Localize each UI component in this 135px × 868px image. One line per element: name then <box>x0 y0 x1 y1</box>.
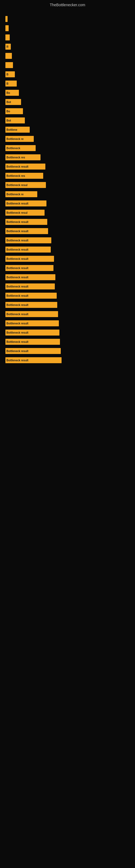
bar-row: Bottleneck result <box>5 163 130 170</box>
bar-row: Bot <box>5 117 130 124</box>
bar: Bot <box>5 118 25 123</box>
bar <box>5 25 9 31</box>
bar: Bottleneck <box>5 145 36 151</box>
bar-label: Bottleneck result <box>6 285 28 288</box>
bar: Bottleneck result <box>5 274 55 280</box>
bar-row: Bottleneck result <box>5 301 130 309</box>
bar-row: Bottleneck result <box>5 273 130 281</box>
bar-row <box>5 24 130 32</box>
bar-row: Bottleneck result <box>5 255 130 262</box>
bar: Bottleneck result <box>5 256 54 262</box>
bar-label: Bottleneck <box>6 147 20 150</box>
bar-row: Bottleneck result <box>5 329 130 336</box>
bar: Bottleneck result <box>5 200 46 207</box>
bar <box>5 62 13 68</box>
bar: B <box>5 81 17 87</box>
bar-row: Bottleneck result <box>5 292 130 300</box>
bar-row: Bottleneck result <box>5 237 130 244</box>
bar: Bottleneck result <box>5 311 58 317</box>
bar-label: Bottleneck result <box>6 331 28 334</box>
bar-row: Bottleneck res <box>5 154 130 161</box>
bar: Bottleneck result <box>5 237 51 243</box>
bar-label: Bottleneck result <box>6 359 28 362</box>
bar-row: Bottleneck re <box>5 135 130 143</box>
bar-label: Bottleneck result <box>6 294 28 297</box>
bar-label: Bottleneck resul <box>6 184 28 187</box>
bar-label: Bottleneck result <box>6 313 28 316</box>
bar: Bottleneck resul <box>5 182 46 188</box>
bar-row: Bottleneck res <box>5 172 130 180</box>
bar: Bottleneck res <box>5 173 43 179</box>
bar: Bottleneck result <box>5 265 53 271</box>
bar-label: Bottleneck result <box>6 239 28 242</box>
bar-row: Bottleneck result <box>5 227 130 235</box>
bar-label: Bottleneck result <box>6 304 28 307</box>
bar: Bottleneck result <box>5 330 59 336</box>
bar: Bottleneck result <box>5 228 48 234</box>
bar <box>5 53 12 59</box>
bar-row: Bottleneck result <box>5 283 130 290</box>
bar-label: Bottleneck re <box>6 193 24 196</box>
bar-row <box>5 15 130 23</box>
bar-row: Bottleneck result <box>5 319 130 327</box>
bar-label: Bottleneck result <box>6 202 28 205</box>
bar: Bottleneck re <box>5 191 37 197</box>
bar-label: Bottleneck re <box>6 137 24 141</box>
bar-row: Bo <box>5 89 130 97</box>
bar-row: Bottleneck result <box>5 338 130 346</box>
bar-row: Bo <box>5 107 130 115</box>
bar-label: Bottleneck result <box>6 257 28 260</box>
bar: Bottlene <box>5 127 30 133</box>
bar-label: Bottleneck result <box>6 322 28 325</box>
bar: Bottleneck resul <box>5 210 45 216</box>
bar: Bo <box>5 90 19 96</box>
bar-label: Bottleneck result <box>6 267 28 270</box>
bar-label: Bottleneck res <box>6 175 25 177</box>
bar-label: Bottleneck result <box>6 276 28 279</box>
bar-row <box>5 34 130 41</box>
bar-row: Bottleneck result <box>5 218 130 226</box>
bar: Bottleneck result <box>5 302 57 308</box>
bar-label: Bottlene <box>6 128 17 131</box>
bar-row: B <box>5 70 130 78</box>
bar-row: Bottleneck result <box>5 246 130 253</box>
bar-row: Bottleneck result <box>5 310 130 318</box>
bar-label: Bot <box>6 101 11 104</box>
bar-row: Bottleneck result <box>5 356 130 364</box>
bar-label: B <box>6 82 8 85</box>
bar-label: Bo <box>6 91 10 94</box>
bar: Bottleneck result <box>5 293 57 299</box>
bar: Bottleneck result <box>5 163 45 169</box>
bar: Bottleneck res <box>5 154 41 160</box>
bar: Bo <box>5 108 23 114</box>
bar: Bottleneck result <box>5 339 60 345</box>
bar-label: Bottleneck result <box>6 350 28 352</box>
bar: Bottleneck result <box>5 320 59 326</box>
bar-label: Bottleneck result <box>6 165 28 168</box>
bar: B <box>5 71 15 77</box>
bar-row: Bottlene <box>5 126 130 133</box>
bar-row: Bottleneck resul <box>5 181 130 189</box>
bar-row: Bottleneck result <box>5 199 130 207</box>
bar <box>5 16 8 22</box>
bar: Bottleneck result <box>5 219 47 225</box>
bar-row <box>5 52 130 60</box>
bar: Bottleneck result <box>5 283 55 289</box>
bar-row <box>5 61 130 69</box>
site-title: TheBottlenecker.com <box>0 0 135 12</box>
bar-row: Bot <box>5 98 130 106</box>
bar-row: B <box>5 80 130 87</box>
bar-label: Bot <box>6 119 11 122</box>
bar-row: Bottleneck <box>5 144 130 152</box>
bar-label: Bottleneck result <box>6 340 28 343</box>
bar-row: Bottleneck result <box>5 347 130 355</box>
bar-label: B <box>6 73 8 76</box>
bar: Bottleneck re <box>5 136 34 142</box>
bar: Bottleneck result <box>5 247 51 252</box>
bar: Bottleneck result <box>5 348 61 354</box>
bar: Bot <box>5 99 21 105</box>
bar-row: Bottleneck result <box>5 264 130 272</box>
header: TheBottlenecker.com <box>0 0 135 12</box>
bar <box>5 34 10 40</box>
bar-label: Bottleneck result <box>6 220 28 223</box>
